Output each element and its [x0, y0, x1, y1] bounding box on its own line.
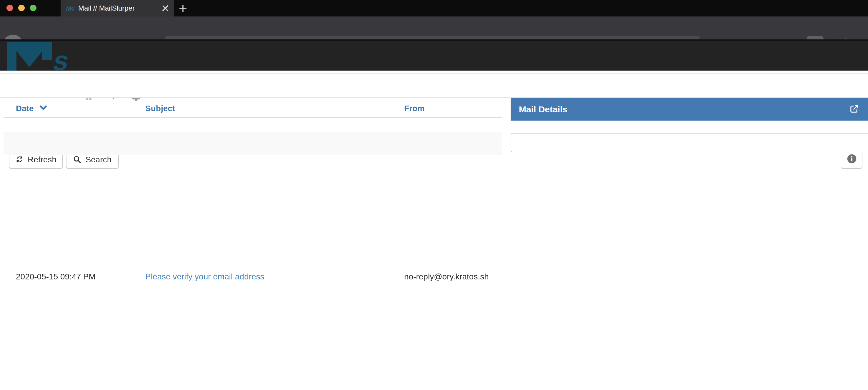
new-tab-button[interactable]: [178, 3, 188, 13]
search-button-label: Search: [86, 154, 112, 164]
window-minimize-button[interactable]: [18, 5, 25, 11]
window-zoom-button[interactable]: [30, 5, 36, 11]
info-icon: [846, 153, 857, 164]
open-external-icon[interactable]: [849, 104, 859, 114]
logo-s-text: s: [51, 46, 68, 70]
refresh-button-label: Refresh: [28, 154, 57, 164]
mail-details-body: [510, 133, 868, 152]
column-header-date-label: Date: [16, 103, 34, 113]
window-close-button[interactable]: [6, 5, 13, 11]
browser-window: Ms Mail // MailSlurper: [0, 0, 868, 390]
mailslurper-logo: s: [7, 41, 68, 70]
column-header-date[interactable]: Date: [16, 103, 48, 113]
table-row[interactable]: 2020-05-15 09:47 PM Please verify your e…: [3, 132, 502, 155]
mail-date-cell: 2020-05-15 09:47 PM: [16, 272, 96, 281]
action-bar: Refresh Search: [0, 73, 868, 98]
mail-details-title: Mail Details: [519, 104, 849, 114]
refresh-icon: [15, 155, 24, 163]
tab-close-icon[interactable]: [162, 5, 169, 12]
column-header-from[interactable]: From: [404, 103, 425, 113]
mailslurper-favicon: Ms: [65, 3, 75, 13]
browser-toolbar: 127.0.0.1:4436: [0, 17, 868, 39]
mail-subject-link[interactable]: Please verify your email address: [145, 272, 265, 281]
search-icon: [73, 155, 82, 163]
tab-title: Mail // MailSlurper: [78, 4, 162, 12]
mail-from-cell: no-reply@ory.kratos.sh: [404, 272, 489, 281]
sort-descending-icon: [40, 105, 48, 111]
tab-bar: Ms Mail // MailSlurper: [0, 0, 868, 17]
tab-mailslurper[interactable]: Ms Mail // MailSlurper: [61, 0, 174, 17]
favicon-text: Ms: [66, 5, 75, 12]
mail-details-header: Mail Details: [510, 98, 868, 121]
table-empty-row: [3, 118, 502, 132]
column-header-subject[interactable]: Subject: [145, 103, 175, 113]
app-nav: s: [0, 41, 868, 70]
